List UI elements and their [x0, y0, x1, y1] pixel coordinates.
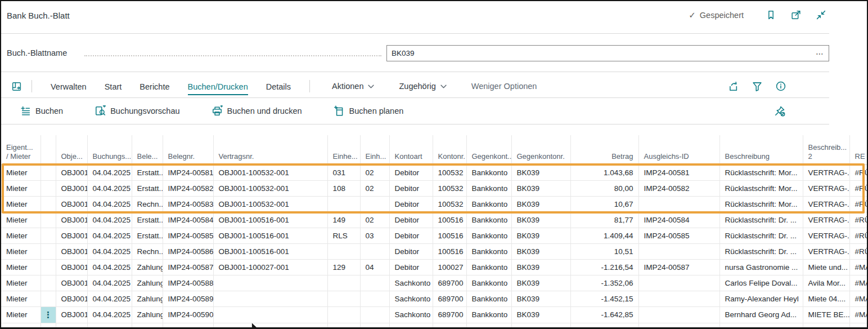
- cell-einheit[interactable]: [327, 275, 360, 291]
- cell-owner[interactable]: Mieter: [1, 180, 41, 196]
- col-header-buchungsdatum[interactable]: Buchungs...: [87, 135, 132, 164]
- cell-beschreibung[interactable]: nursa Gastronomie ...: [719, 259, 803, 275]
- cell-beschreibung2[interactable]: VERTRAG-...: [803, 180, 849, 196]
- cell-rowsel[interactable]: [41, 259, 56, 275]
- cell-kontoart[interactable]: Debitor: [389, 259, 433, 275]
- cell-reko[interactable]: #RÜ: [849, 228, 867, 243]
- col-header-kontonr[interactable]: Kontonr.: [433, 135, 466, 164]
- cell-kontoart[interactable]: Sachkonto: [389, 306, 433, 323]
- cell-ausgleichsid[interactable]: IMP24-00585: [638, 228, 719, 243]
- cell-belegnr[interactable]: IMP24-00584: [163, 212, 213, 228]
- cell-kontonr[interactable]: 100532: [433, 164, 466, 180]
- cell-gegenkontoart[interactable]: Bankkonto: [466, 228, 511, 243]
- cell-kontoart[interactable]: Debitor: [389, 164, 433, 180]
- cell-beschreibung2[interactable]: VERTRAG-...: [803, 164, 849, 180]
- cell-gegenkontoart[interactable]: Bankkonto: [466, 164, 511, 180]
- cell-kontonr[interactable]: 100516: [433, 228, 466, 243]
- col-header-reko[interactable]: RE Ko: [849, 135, 867, 164]
- cell-reko[interactable]: #MA: [849, 275, 867, 291]
- cell-beschreibung[interactable]: Rücklastschrift: Dr. ...: [719, 212, 803, 228]
- cell-belegart[interactable]: Rechn...: [132, 243, 163, 259]
- cell-gegenkontoart[interactable]: Bankkonto: [466, 212, 511, 228]
- cell-beschreibung[interactable]: Ramy-Alexander Heyl: [719, 291, 803, 306]
- cell-owner[interactable]: Mieter: [1, 196, 41, 212]
- cell-objekt[interactable]: OBJ001: [56, 243, 87, 259]
- cell-owner[interactable]: Mieter: [1, 212, 41, 228]
- cell-betrag[interactable]: 80,00: [570, 180, 638, 196]
- cell-gegenkontoart[interactable]: Bankkonto: [466, 291, 511, 306]
- cell-gegenkontonr[interactable]: BK039: [511, 228, 570, 243]
- cell-belegart[interactable]: Erstatt...: [132, 164, 163, 180]
- cell-buchungsdatum[interactable]: 04.04.2025: [87, 180, 132, 196]
- tab-berichte[interactable]: Berichte: [140, 77, 169, 95]
- col-header-objekt[interactable]: Obje...: [56, 135, 87, 164]
- cell-belegnr[interactable]: IMP24-00583: [163, 196, 213, 212]
- cell-ausgleichsid[interactable]: [638, 291, 719, 306]
- cell-betrag[interactable]: 81,77: [570, 212, 638, 228]
- cell-belegart[interactable]: Zahlung: [132, 306, 163, 323]
- cell-gegenkontoart[interactable]: Bankkonto: [466, 243, 511, 259]
- cell-kontonr[interactable]: 100532: [433, 196, 466, 212]
- cell-buchungsdatum[interactable]: 04.04.2025: [87, 164, 132, 180]
- col-header-vertragsnr[interactable]: Vertragsnr.: [213, 135, 327, 164]
- cell-einheit2[interactable]: 02: [360, 180, 389, 196]
- col-header-beschreibung[interactable]: Beschreibung: [719, 135, 803, 164]
- menu-zugehoerig[interactable]: Zugehörig: [395, 81, 449, 91]
- cell-vertragsnr[interactable]: [213, 306, 327, 323]
- cell-belegnr[interactable]: IMP24-00582: [163, 180, 213, 196]
- cell-vertragsnr[interactable]: OBJ001-100532-001: [213, 164, 327, 180]
- row-options-icon[interactable]: ⋮: [44, 310, 52, 319]
- unpin-icon[interactable]: [774, 105, 785, 117]
- cell-ausgleichsid[interactable]: IMP24-00582: [638, 180, 719, 196]
- cell-reko[interactable]: #MA: [849, 306, 867, 323]
- cell-einheit2[interactable]: 03: [360, 228, 389, 243]
- cell-einheit[interactable]: [327, 291, 360, 306]
- cell-betrag[interactable]: -1.642,85: [570, 306, 638, 323]
- grid-layout-icon[interactable]: [11, 81, 22, 92]
- buchungsvorschau-button[interactable]: Buchungsvorschau: [91, 105, 183, 117]
- cell-gegenkontonr[interactable]: BK039: [511, 164, 570, 180]
- cell-belegnr[interactable]: IMP24-00586: [163, 243, 213, 259]
- cell-betrag[interactable]: 10,67: [570, 196, 638, 212]
- cell-belegnr[interactable]: IMP24-00581: [163, 164, 213, 180]
- cell-vertragsnr[interactable]: OBJ001-100516-001: [213, 212, 327, 228]
- cell-einheit[interactable]: [327, 306, 360, 323]
- cell-beschreibung[interactable]: Carlos Felipe Doval...: [719, 275, 803, 291]
- cell-kontoart[interactable]: Debitor: [389, 243, 433, 259]
- cell-ausgleichsid[interactable]: IMP24-00587: [638, 259, 719, 275]
- cell-owner[interactable]: Mieter: [1, 306, 41, 323]
- cell-owner[interactable]: Mieter: [1, 228, 41, 243]
- cell-owner[interactable]: Mieter: [1, 291, 41, 306]
- cell-ausgleichsid[interactable]: [638, 275, 719, 291]
- popout-icon[interactable]: [790, 10, 802, 20]
- cell-rowsel[interactable]: [41, 291, 56, 306]
- cell-kontoart[interactable]: Sachkonto: [389, 291, 433, 306]
- cell-buchungsdatum[interactable]: 04.04.2025: [87, 212, 132, 228]
- cell-einheit2[interactable]: [360, 306, 389, 323]
- cell-belegart[interactable]: Zahlung: [132, 259, 163, 275]
- cell-ausgleichsid[interactable]: [638, 243, 719, 259]
- cell-betrag[interactable]: 10,51: [570, 243, 638, 259]
- cell-beschreibung2[interactable]: Miete 04....: [803, 291, 849, 306]
- col-header-ausgleichsid[interactable]: Ausgleichs-ID: [638, 135, 719, 164]
- col-header-owner[interactable]: Eigent... / Mieter: [1, 135, 41, 164]
- col-header-einheit[interactable]: Einhe...: [327, 135, 360, 164]
- col-header-belegart[interactable]: Bele...: [132, 135, 163, 164]
- cell-belegnr[interactable]: IMP24-00588: [163, 275, 213, 291]
- cell-kontoart[interactable]: Debitor: [389, 228, 433, 243]
- cell-gegenkontonr[interactable]: BK039: [511, 180, 570, 196]
- cell-kontonr[interactable]: 689700: [433, 275, 466, 291]
- cell-beschreibung[interactable]: Rücklastschrift: Mor...: [719, 180, 803, 196]
- cell-kontonr[interactable]: 100516: [433, 243, 466, 259]
- cell-rowsel[interactable]: ⋮: [41, 306, 56, 323]
- weniger-optionen-button[interactable]: Weniger Optionen: [468, 81, 541, 91]
- cell-einheit2[interactable]: [360, 243, 389, 259]
- cell-beschreibung2[interactable]: VERTRAG-...: [803, 228, 849, 243]
- cell-objekt[interactable]: OBJ001: [56, 228, 87, 243]
- cell-objekt[interactable]: OBJ001: [56, 212, 87, 228]
- cell-gegenkontoart[interactable]: Bankkonto: [466, 275, 511, 291]
- cell-vertragsnr[interactable]: [213, 275, 327, 291]
- cell-ausgleichsid[interactable]: [638, 196, 719, 212]
- cell-betrag[interactable]: -1.216,54: [570, 259, 638, 275]
- cell-beschreibung2[interactable]: VERTRAG-...: [803, 212, 849, 228]
